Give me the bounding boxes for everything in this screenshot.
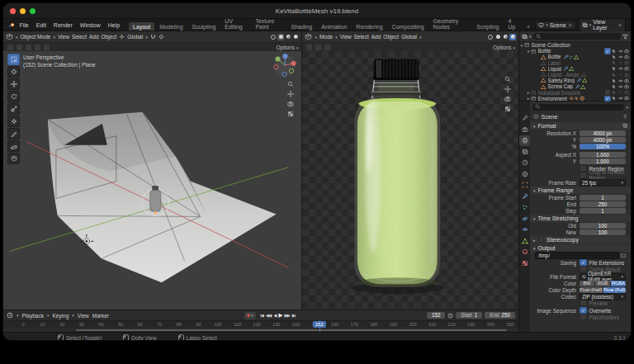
- tab-rendering[interactable]: Rendering: [352, 22, 386, 31]
- pin-icon[interactable]: [622, 114, 628, 120]
- tab-texture-properties[interactable]: [519, 258, 530, 269]
- hide-eye-icon[interactable]: [618, 54, 623, 59]
- tool-rotate[interactable]: [7, 91, 20, 102]
- object-menu[interactable]: Object: [102, 34, 117, 40]
- tool-select-box[interactable]: [7, 54, 20, 65]
- select-menu[interactable]: Select: [72, 34, 87, 40]
- tab-material-properties[interactable]: [519, 247, 530, 258]
- hide-eye-closed-icon[interactable]: [618, 90, 623, 95]
- menu-file[interactable]: File: [16, 22, 31, 28]
- zoom-view-icon[interactable]: [287, 81, 294, 87]
- render-visibility-camera-icon[interactable]: [624, 96, 629, 101]
- tab-scene-properties[interactable]: [519, 158, 530, 168]
- tab-world-properties[interactable]: [519, 169, 530, 180]
- toggle-perspective-icon[interactable]: [287, 111, 294, 117]
- frame-step-field[interactable]: 1: [580, 208, 626, 214]
- cache-result-checkbox[interactable]: ✓: [580, 266, 587, 273]
- play-reverse-button[interactable]: ◀: [272, 313, 277, 318]
- add-menu[interactable]: Add: [371, 34, 381, 40]
- tab-modifier-properties[interactable]: [519, 191, 530, 202]
- previous-keyframe-button[interactable]: ◀◀: [265, 313, 272, 318]
- editor-type-icon[interactable]: [305, 33, 312, 40]
- mode-dropdown[interactable]: Mode: [319, 34, 333, 40]
- scene-selector[interactable]: ▾ Scene ×: [535, 21, 575, 30]
- section-time-stretching[interactable]: ▾Time Stretching: [530, 215, 631, 222]
- tab-tool-properties[interactable]: [519, 113, 530, 124]
- selectable-cursor-icon[interactable]: [612, 96, 617, 101]
- shading-solid-button[interactable]: [277, 34, 284, 40]
- render-visibility-camera-icon[interactable]: [624, 84, 629, 89]
- frame-rate-dropdown[interactable]: 25 fps▾: [580, 179, 626, 187]
- render-visibility-camera-icon[interactable]: [624, 54, 629, 59]
- tool-measure[interactable]: [7, 140, 20, 152]
- tab-scripting[interactable]: Scripting: [472, 22, 503, 31]
- float-full-option[interactable]: Float (Full): [603, 287, 627, 293]
- properties-filter-icon[interactable]: ▾: [626, 105, 628, 110]
- output-path-field[interactable]: /tmp/: [535, 252, 619, 260]
- next-keyframe-button[interactable]: ▶▶: [283, 313, 290, 318]
- hide-eye-icon[interactable]: [618, 96, 623, 101]
- float-half-option[interactable]: Float (Half): [580, 287, 603, 293]
- color-rgb-option[interactable]: RGB: [595, 281, 610, 286]
- mode-dropdown[interactable]: Object Mode: [21, 34, 51, 40]
- hide-eye-icon[interactable]: [618, 78, 623, 83]
- move-view-icon[interactable]: [504, 86, 511, 92]
- frame-end-field[interactable]: End250: [485, 312, 515, 319]
- hide-eye-icon[interactable]: [618, 66, 623, 71]
- timeline-track-area[interactable]: [3, 328, 518, 332]
- outliner-row-object-liquid-angle[interactable]: Liquid - Angle: [519, 72, 631, 78]
- tab-animation[interactable]: Animation: [317, 22, 351, 31]
- resolution-x-field[interactable]: 4000 px: [580, 130, 626, 136]
- jump-to-end-button[interactable]: ▶|: [291, 313, 296, 318]
- camera-view-icon[interactable]: [287, 101, 294, 107]
- tool-cursor[interactable]: [7, 66, 20, 78]
- render-visibility-camera-icon[interactable]: [624, 66, 629, 71]
- render-visibility-camera-icon[interactable]: [624, 78, 629, 83]
- stereoscopy-checkbox[interactable]: ✓: [538, 237, 545, 243]
- resolution-percent-slider[interactable]: 100%: [580, 144, 626, 149]
- folder-icon[interactable]: [621, 253, 627, 258]
- outliner-row-collection-environment[interactable]: ▸ Environment ✓: [519, 96, 631, 102]
- playhead-frame-badge[interactable]: 152: [313, 321, 326, 328]
- camera-view-icon[interactable]: [504, 96, 511, 102]
- play-button[interactable]: ▶: [277, 312, 282, 319]
- select-mode-new-icon[interactable]: [7, 44, 14, 51]
- outliner-row-object-label[interactable]: Label: [519, 60, 631, 66]
- shading-rendered-button[interactable]: [292, 34, 299, 40]
- section-frame-range[interactable]: ▾Frame Range: [530, 187, 631, 194]
- selectable-cursor-icon[interactable]: [612, 66, 617, 71]
- resolution-y-field[interactable]: 4000 px: [580, 137, 626, 143]
- shading-solid-button[interactable]: [494, 34, 501, 40]
- selectable-cursor-icon[interactable]: [612, 54, 617, 59]
- options-dropdown[interactable]: Options: [493, 45, 511, 50]
- select-mode-invert-icon[interactable]: [34, 44, 41, 51]
- view-menu[interactable]: View: [340, 34, 352, 40]
- view-layer-selector[interactable]: ▾ View Layer ×: [579, 17, 626, 32]
- timeline-editor[interactable]: ▾ Playback▾ Keying▾ View Marker ▾ |◀ ◀◀ …: [3, 310, 518, 332]
- tab-shading[interactable]: Shading: [287, 22, 317, 31]
- selectable-cursor-icon[interactable]: [612, 73, 617, 78]
- tab-data-properties[interactable]: [519, 236, 530, 247]
- frame-start-field[interactable]: Start1: [456, 312, 482, 319]
- aspect-x-field[interactable]: 1.000: [580, 152, 626, 158]
- view-menu[interactable]: View: [78, 313, 89, 319]
- current-frame-field[interactable]: 152: [427, 312, 446, 319]
- select-mode-extend-icon[interactable]: [16, 44, 23, 51]
- shading-material-button[interactable]: [285, 34, 291, 40]
- auto-keying-button[interactable]: ▾: [244, 312, 256, 319]
- proportional-editing-icon[interactable]: [158, 33, 164, 40]
- tool-transform[interactable]: [7, 116, 20, 127]
- hide-eye-closed-icon[interactable]: [618, 73, 623, 78]
- render-visibility-camera-icon[interactable]: [624, 60, 629, 65]
- shading-wireframe-button[interactable]: [270, 34, 277, 40]
- options-dropdown[interactable]: Options: [277, 45, 295, 50]
- tool-add-primitive[interactable]: [7, 153, 20, 164]
- tool-scale[interactable]: [7, 103, 20, 115]
- aspect-y-field[interactable]: 1.000: [580, 158, 626, 164]
- tab-physics-properties[interactable]: [519, 214, 530, 225]
- menu-render[interactable]: Render: [50, 22, 76, 28]
- color-bw-option[interactable]: BW: [580, 281, 594, 286]
- menu-edit[interactable]: Edit: [33, 22, 50, 28]
- outliner-row-object-bottle[interactable]: Bottle: [519, 54, 631, 59]
- tab-constraint-properties[interactable]: [519, 225, 530, 235]
